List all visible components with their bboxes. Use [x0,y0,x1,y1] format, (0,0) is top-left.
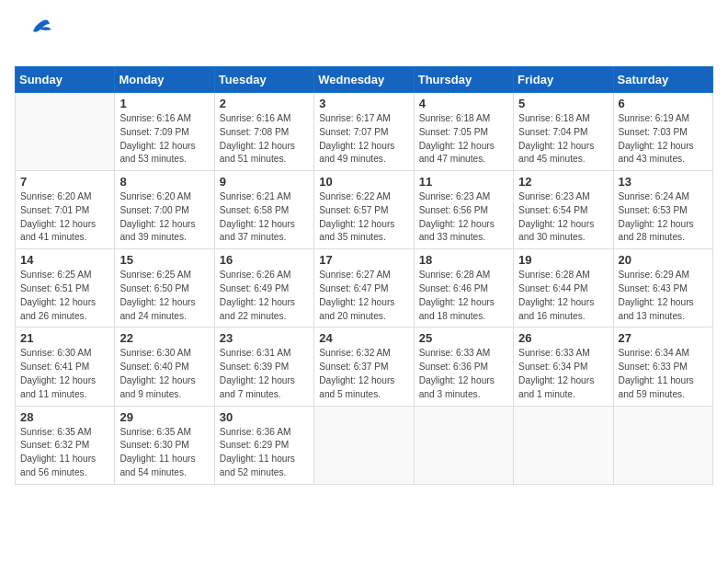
weekday-header-monday: Monday [115,67,214,93]
day-number: 16 [220,253,309,267]
day-number: 6 [619,97,708,110]
day-info: Sunrise: 6:30 AM Sunset: 6:40 PM Dayligh… [119,347,209,401]
calendar-cell: 13Sunrise: 6:24 AM Sunset: 6:53 PM Dayli… [613,171,712,249]
day-info: Sunrise: 6:18 AM Sunset: 7:04 PM Dayligh… [518,112,608,167]
day-number: 10 [319,175,408,189]
day-number: 28 [20,410,109,424]
day-info: Sunrise: 6:35 AM Sunset: 6:30 PM Dayligh… [119,426,209,480]
calendar-week-row: 7Sunrise: 6:20 AM Sunset: 7:01 PM Daylig… [16,171,713,249]
day-info: Sunrise: 6:17 AM Sunset: 7:07 PM Dayligh… [319,112,408,167]
calendar-cell: 3Sunrise: 6:17 AM Sunset: 7:07 PM Daylig… [314,93,414,171]
day-number: 24 [319,331,408,345]
weekday-header-sunday: Sunday [16,67,115,93]
day-info: Sunrise: 6:33 AM Sunset: 6:34 PM Dayligh… [518,347,608,401]
day-info: Sunrise: 6:21 AM Sunset: 6:58 PM Dayligh… [220,190,309,245]
calendar-cell [613,406,712,484]
weekday-header-saturday: Saturday [613,67,712,93]
day-info: Sunrise: 6:20 AM Sunset: 7:00 PM Dayligh… [119,190,209,245]
day-number: 8 [119,175,209,189]
calendar-cell: 22Sunrise: 6:30 AM Sunset: 6:40 PM Dayli… [115,327,214,406]
day-number: 7 [20,175,109,189]
calendar-cell: 21Sunrise: 6:30 AM Sunset: 6:41 PM Dayli… [16,327,115,406]
calendar-cell: 1Sunrise: 6:16 AM Sunset: 7:09 PM Daylig… [115,93,214,171]
day-info: Sunrise: 6:33 AM Sunset: 6:36 PM Dayligh… [419,347,508,401]
day-number: 15 [119,253,209,267]
weekday-header-thursday: Thursday [414,67,513,93]
day-number: 30 [220,410,309,424]
calendar-cell: 30Sunrise: 6:36 AM Sunset: 6:29 PM Dayli… [214,406,313,484]
calendar-cell: 7Sunrise: 6:20 AM Sunset: 7:01 PM Daylig… [16,171,115,249]
calendar-cell: 2Sunrise: 6:16 AM Sunset: 7:08 PM Daylig… [214,93,313,171]
calendar-week-row: 14Sunrise: 6:25 AM Sunset: 6:51 PM Dayli… [16,249,713,327]
day-number: 23 [220,331,309,345]
day-info: Sunrise: 6:24 AM Sunset: 6:53 PM Dayligh… [619,190,708,245]
calendar-cell: 8Sunrise: 6:20 AM Sunset: 7:00 PM Daylig… [115,171,214,249]
day-number: 18 [419,253,508,267]
calendar-week-row: 21Sunrise: 6:30 AM Sunset: 6:41 PM Dayli… [16,327,713,406]
calendar-cell: 6Sunrise: 6:19 AM Sunset: 7:03 PM Daylig… [613,93,712,171]
calendar-cell: 10Sunrise: 6:22 AM Sunset: 6:57 PM Dayli… [314,171,414,249]
calendar-cell: 17Sunrise: 6:27 AM Sunset: 6:47 PM Dayli… [314,249,414,327]
day-info: Sunrise: 6:31 AM Sunset: 6:39 PM Dayligh… [220,347,309,401]
day-info: Sunrise: 6:28 AM Sunset: 6:46 PM Dayligh… [419,269,508,323]
day-info: Sunrise: 6:25 AM Sunset: 6:50 PM Dayligh… [119,269,209,323]
day-info: Sunrise: 6:16 AM Sunset: 7:09 PM Dayligh… [119,112,209,167]
calendar-cell: 18Sunrise: 6:28 AM Sunset: 6:46 PM Dayli… [414,249,513,327]
day-number: 12 [518,175,608,189]
day-info: Sunrise: 6:35 AM Sunset: 6:32 PM Dayligh… [20,426,109,480]
calendar-cell: 24Sunrise: 6:32 AM Sunset: 6:37 PM Dayli… [314,327,414,406]
day-info: Sunrise: 6:27 AM Sunset: 6:47 PM Dayligh… [319,269,408,323]
day-info: Sunrise: 6:23 AM Sunset: 6:54 PM Dayligh… [518,190,608,245]
calendar-cell: 16Sunrise: 6:26 AM Sunset: 6:49 PM Dayli… [214,249,313,327]
day-number: 21 [20,331,109,345]
day-number: 4 [419,97,508,110]
calendar-cell [16,93,115,171]
day-number: 1 [119,97,209,110]
day-number: 11 [419,175,508,189]
day-info: Sunrise: 6:25 AM Sunset: 6:51 PM Dayligh… [20,269,109,323]
day-info: Sunrise: 6:29 AM Sunset: 6:43 PM Dayligh… [619,269,708,323]
page-header [15,15,713,55]
weekday-header-row: SundayMondayTuesdayWednesdayThursdayFrid… [16,67,713,93]
calendar-cell: 12Sunrise: 6:23 AM Sunset: 6:54 PM Dayli… [514,171,613,249]
day-number: 3 [319,97,408,110]
calendar-cell [414,406,513,484]
calendar-cell [314,406,414,484]
day-info: Sunrise: 6:36 AM Sunset: 6:29 PM Dayligh… [220,426,309,480]
calendar-cell: 25Sunrise: 6:33 AM Sunset: 6:36 PM Dayli… [414,327,513,406]
day-number: 9 [220,175,309,189]
weekday-header-tuesday: Tuesday [214,67,313,93]
calendar-week-row: 28Sunrise: 6:35 AM Sunset: 6:32 PM Dayli… [16,406,713,484]
day-info: Sunrise: 6:22 AM Sunset: 6:57 PM Dayligh… [319,190,408,245]
day-number: 22 [119,331,209,345]
calendar-cell: 27Sunrise: 6:34 AM Sunset: 6:33 PM Dayli… [613,327,712,406]
day-info: Sunrise: 6:26 AM Sunset: 6:49 PM Dayligh… [220,269,309,323]
day-info: Sunrise: 6:34 AM Sunset: 6:33 PM Dayligh… [619,347,708,401]
calendar-cell: 9Sunrise: 6:21 AM Sunset: 6:58 PM Daylig… [214,171,313,249]
day-number: 25 [419,331,508,345]
calendar-table: SundayMondayTuesdayWednesdayThursdayFrid… [15,66,713,485]
day-number: 19 [518,253,608,267]
logo [15,15,55,55]
calendar-cell: 23Sunrise: 6:31 AM Sunset: 6:39 PM Dayli… [214,327,313,406]
weekday-header-friday: Friday [514,67,613,93]
calendar-cell: 28Sunrise: 6:35 AM Sunset: 6:32 PM Dayli… [16,406,115,484]
weekday-header-wednesday: Wednesday [314,67,414,93]
day-number: 26 [518,331,608,345]
day-info: Sunrise: 6:16 AM Sunset: 7:08 PM Dayligh… [220,112,309,167]
calendar-cell: 19Sunrise: 6:28 AM Sunset: 6:44 PM Dayli… [514,249,613,327]
day-info: Sunrise: 6:32 AM Sunset: 6:37 PM Dayligh… [319,347,408,401]
day-number: 13 [619,175,708,189]
calendar-cell: 5Sunrise: 6:18 AM Sunset: 7:04 PM Daylig… [514,93,613,171]
day-number: 17 [319,253,408,267]
calendar-cell: 29Sunrise: 6:35 AM Sunset: 6:30 PM Dayli… [115,406,214,484]
calendar-cell: 4Sunrise: 6:18 AM Sunset: 7:05 PM Daylig… [414,93,513,171]
day-number: 5 [518,97,608,110]
day-info: Sunrise: 6:30 AM Sunset: 6:41 PM Dayligh… [20,347,109,401]
day-info: Sunrise: 6:28 AM Sunset: 6:44 PM Dayligh… [518,269,608,323]
day-info: Sunrise: 6:19 AM Sunset: 7:03 PM Dayligh… [619,112,708,167]
day-number: 20 [619,253,708,267]
calendar-cell: 26Sunrise: 6:33 AM Sunset: 6:34 PM Dayli… [514,327,613,406]
calendar-cell: 20Sunrise: 6:29 AM Sunset: 6:43 PM Dayli… [613,249,712,327]
calendar-week-row: 1Sunrise: 6:16 AM Sunset: 7:09 PM Daylig… [16,93,713,171]
